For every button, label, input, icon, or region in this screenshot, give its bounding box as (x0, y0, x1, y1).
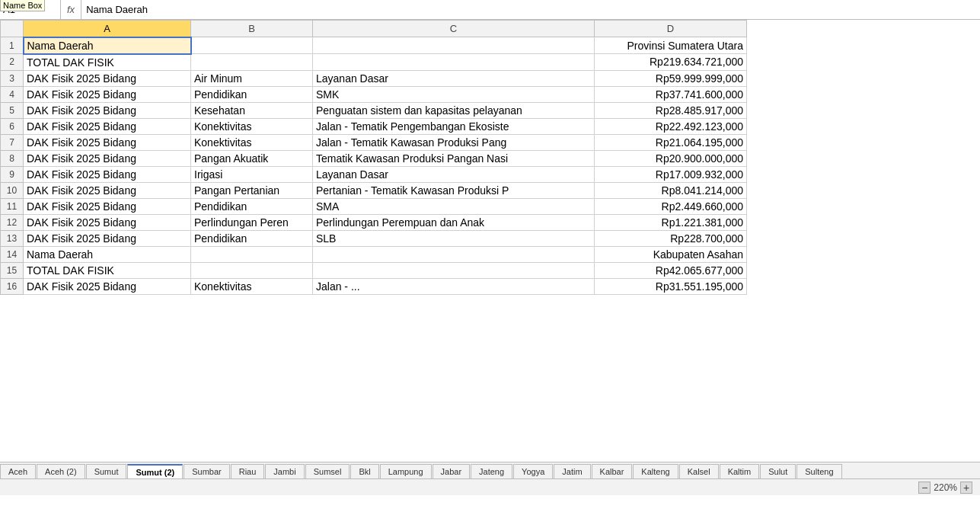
cell-col-d[interactable]: Rp22.492.123,000 (595, 118, 747, 134)
table-row: 4DAK Fisik 2025 BidangPendidikanSMKRp37.… (1, 86, 747, 102)
cell-col-d[interactable]: Provinsi Sumatera Utara (595, 37, 747, 54)
cell-col-c[interactable]: SLB (313, 230, 595, 246)
cell-col-a[interactable]: DAK Fisik 2025 Bidang (24, 134, 191, 150)
zoom-in-button[interactable]: + (960, 482, 972, 494)
cell-col-a[interactable]: Nama Daerah (24, 37, 191, 54)
cell-col-d[interactable]: Rp8.041.214,000 (595, 182, 747, 198)
cell-col-b[interactable]: Pendidikan (191, 230, 313, 246)
cell-col-b[interactable]: Pangan Pertanian (191, 182, 313, 198)
sheet-tab[interactable]: Sumut (86, 464, 127, 478)
cell-col-b[interactable]: Kesehatan (191, 102, 313, 118)
zoom-out-button[interactable]: − (918, 482, 931, 494)
cell-col-a[interactable]: DAK Fisik 2025 Bidang (24, 214, 191, 230)
cell-col-b[interactable]: Konektivitas (191, 134, 313, 150)
cell-col-b[interactable]: Air Minum (191, 70, 313, 86)
cell-col-b[interactable]: Pangan Akuatik (191, 150, 313, 166)
cell-col-d[interactable]: Rp28.485.917,000 (595, 102, 747, 118)
cell-col-d[interactable]: Rp42.065.677,000 (595, 262, 747, 278)
col-header-B[interactable]: B (191, 21, 313, 37)
sheet-tab[interactable]: Lampung (380, 464, 432, 478)
sheet-tab[interactable]: Aceh (0, 464, 36, 478)
cell-col-b[interactable] (191, 262, 313, 278)
cell-col-a[interactable]: DAK Fisik 2025 Bidang (24, 166, 191, 182)
cell-col-d[interactable]: Rp31.551.195,000 (595, 278, 747, 294)
cell-col-a[interactable]: DAK Fisik 2025 Bidang (24, 118, 191, 134)
cell-col-c[interactable]: Penguatan sistem dan kapasitas pelayanan (313, 102, 595, 118)
cell-col-c[interactable]: Jalan - Tematik Kawasan Produksi Pang (313, 134, 595, 150)
cell-col-c[interactable]: Jalan - Tematik Pengembangan Ekosiste (313, 118, 595, 134)
cell-col-c[interactable] (313, 262, 595, 278)
sheet-tab[interactable]: Riau (231, 464, 265, 478)
name-box-container: Name Box (0, 0, 61, 19)
cell-col-b[interactable]: Irigasi (191, 166, 313, 182)
formula-bar-fx: fx (61, 0, 81, 19)
cell-col-c[interactable] (313, 246, 595, 262)
cell-col-b[interactable] (191, 54, 313, 71)
cell-col-a[interactable]: DAK Fisik 2025 Bidang (24, 182, 191, 198)
cell-col-c[interactable]: Perlindungan Perempuan dan Anak (313, 214, 595, 230)
sheet-tab[interactable]: Kalbar (592, 464, 633, 478)
sheet-tab[interactable]: Kalteng (633, 464, 678, 478)
sheet-tab[interactable]: Sulteng (796, 464, 841, 478)
cell-col-b[interactable] (191, 246, 313, 262)
cell-col-c[interactable]: Jalan - ... (313, 278, 595, 294)
col-header-C[interactable]: C (313, 21, 595, 37)
cell-col-a[interactable]: DAK Fisik 2025 Bidang (24, 230, 191, 246)
cell-col-b[interactable] (191, 37, 313, 54)
cell-col-c[interactable]: Layanan Dasar (313, 166, 595, 182)
cell-col-c[interactable]: Layanan Dasar (313, 70, 595, 86)
sheet-tab[interactable]: Jatim (554, 464, 590, 478)
cell-col-d[interactable]: Rp2.449.660,000 (595, 198, 747, 214)
cell-col-a[interactable]: DAK Fisik 2025 Bidang (24, 70, 191, 86)
cell-col-c[interactable]: Tematik Kawasan Produksi Pangan Nasi (313, 150, 595, 166)
cell-col-a[interactable]: Nama Daerah (24, 246, 191, 262)
sheet-table-wrapper[interactable]: A B C D 1Nama DaerahProvinsi Sumatera Ut… (0, 20, 980, 462)
cell-col-c[interactable] (313, 37, 595, 54)
cell-col-d[interactable]: Rp228.700,000 (595, 230, 747, 246)
cell-col-a[interactable]: DAK Fisik 2025 Bidang (24, 102, 191, 118)
sheet-tab[interactable]: Aceh (2) (37, 464, 85, 478)
sheet-tab[interactable]: Sumsel (305, 464, 350, 478)
cell-col-d[interactable]: Rp21.064.195,000 (595, 134, 747, 150)
sheet-tab[interactable]: Jabar (433, 464, 471, 478)
row-number: 4 (1, 86, 24, 102)
cell-col-a[interactable]: DAK Fisik 2025 Bidang (24, 150, 191, 166)
cell-col-d[interactable]: Rp17.009.932,000 (595, 166, 747, 182)
cell-col-a[interactable]: TOTAL DAK FISIK (24, 262, 191, 278)
sheet-tab[interactable]: Kalsel (679, 464, 719, 478)
cell-col-c[interactable] (313, 54, 595, 71)
cell-col-d[interactable]: Rp20.900.000,000 (595, 150, 747, 166)
cell-col-d[interactable]: Kabupaten Asahan (595, 246, 747, 262)
cell-col-b[interactable]: Perlindungan Peren (191, 214, 313, 230)
cell-col-b[interactable]: Pendidikan (191, 198, 313, 214)
row-number: 16 (1, 278, 24, 294)
sheet-tab[interactable]: Kaltim (720, 464, 760, 478)
row-number: 11 (1, 198, 24, 214)
col-header-D[interactable]: D (595, 21, 747, 37)
sheet-tab[interactable]: Jateng (471, 464, 512, 478)
cell-col-a[interactable]: TOTAL DAK FISIK (24, 54, 191, 71)
cell-col-b[interactable]: Pendidikan (191, 86, 313, 102)
sheet-tab[interactable]: Yogya (513, 464, 553, 478)
cell-col-a[interactable]: DAK Fisik 2025 Bidang (24, 278, 191, 294)
sheet-tab[interactable]: Sulut (760, 464, 796, 478)
col-header-A[interactable]: A (24, 21, 191, 37)
sheet-tab[interactable]: Sumut (2) (127, 464, 183, 478)
cell-col-a[interactable]: DAK Fisik 2025 Bidang (24, 198, 191, 214)
cell-col-d[interactable]: Rp1.221.381,000 (595, 214, 747, 230)
cell-col-c[interactable]: SMK (313, 86, 595, 102)
sheet-tab[interactable]: Bkl (350, 464, 378, 478)
cell-col-b[interactable]: Konektivitas (191, 278, 313, 294)
cell-col-c[interactable]: SMA (313, 198, 595, 214)
row-number: 3 (1, 70, 24, 86)
cell-col-a[interactable]: DAK Fisik 2025 Bidang (24, 86, 191, 102)
sheet-table: A B C D 1Nama DaerahProvinsi Sumatera Ut… (0, 20, 747, 295)
sheet-tab[interactable]: Jambi (265, 464, 304, 478)
sheet-tab[interactable]: Sumbar (184, 464, 230, 478)
cell-col-d[interactable]: Rp219.634.721,000 (595, 54, 747, 71)
cell-col-d[interactable]: Rp59.999.999,000 (595, 70, 747, 86)
cell-col-d[interactable]: Rp37.741.600,000 (595, 86, 747, 102)
row-number: 5 (1, 102, 24, 118)
cell-col-c[interactable]: Pertanian - Tematik Kawasan Produksi P (313, 182, 595, 198)
cell-col-b[interactable]: Konektivitas (191, 118, 313, 134)
